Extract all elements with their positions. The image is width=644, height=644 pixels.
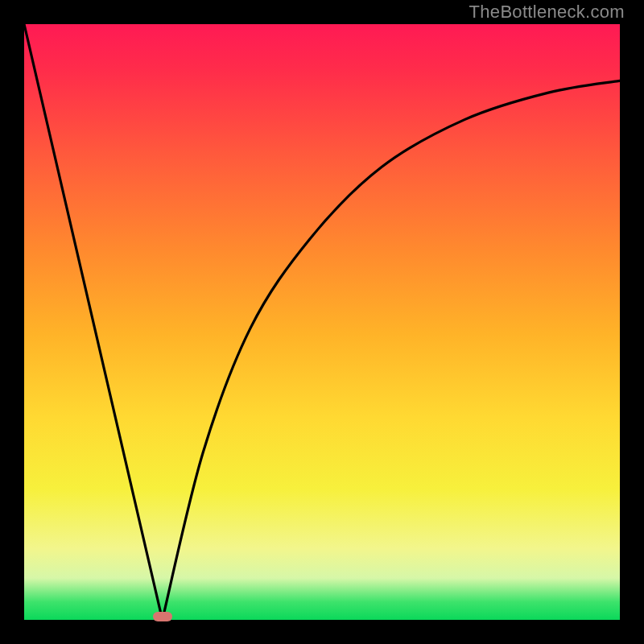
curve-left-branch	[24, 24, 163, 620]
optimal-point-marker	[153, 612, 172, 621]
bottleneck-curve	[24, 24, 620, 620]
chart-plot-area	[24, 24, 620, 620]
watermark-text: TheBottleneck.com	[469, 2, 625, 23]
curve-right-branch	[163, 80, 620, 620]
